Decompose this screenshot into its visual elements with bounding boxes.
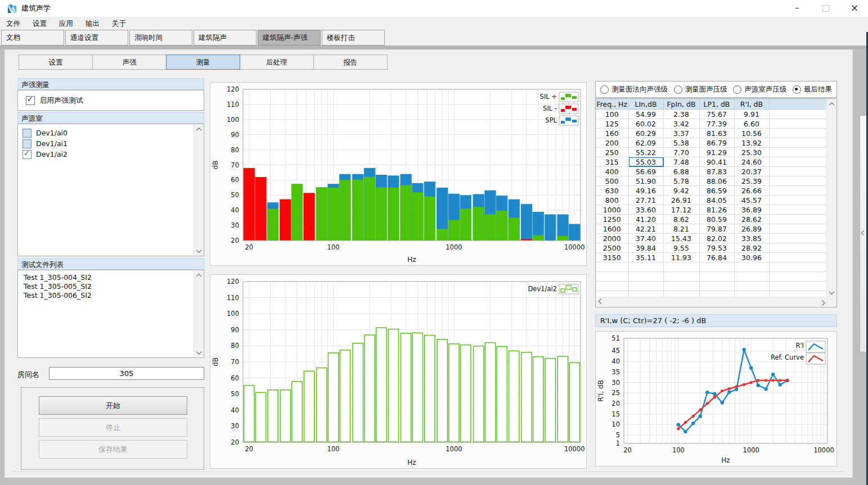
table-cell[interactable]: 3150: [596, 253, 628, 262]
table-cell[interactable]: [769, 138, 827, 148]
table-cell[interactable]: 25.39: [734, 176, 769, 186]
table-cell[interactable]: 28.92: [734, 243, 769, 253]
table-cell[interactable]: [769, 186, 827, 196]
document-tab[interactable]: 混响时间: [129, 30, 192, 46]
sub-tab-3[interactable]: 测量: [166, 55, 240, 70]
table-cell[interactable]: 26.66: [734, 186, 769, 196]
table-cell[interactable]: 17.12: [663, 205, 699, 215]
table-cell[interactable]: 54.99: [628, 110, 663, 119]
table-cell[interactable]: 80.59: [699, 215, 734, 224]
table-cell[interactable]: 200: [596, 138, 628, 148]
table-cell[interactable]: 9.91: [734, 110, 769, 119]
scroll-down-icon[interactable]: [194, 348, 203, 357]
table-cell[interactable]: 51.90: [628, 176, 663, 186]
menu-item-输出[interactable]: 输出: [79, 17, 106, 30]
table-cell[interactable]: 315: [596, 157, 628, 167]
table-cell[interactable]: 55.22: [628, 148, 663, 157]
document-tab[interactable]: 建筑隔声-声强: [258, 30, 321, 46]
table-cell[interactable]: [769, 167, 827, 176]
table-cell[interactable]: [769, 215, 827, 224]
table-cell[interactable]: 39.84: [628, 243, 663, 253]
sub-tab-5[interactable]: 报告: [313, 55, 388, 70]
menu-item-设置[interactable]: 设置: [26, 17, 53, 30]
table-cell[interactable]: 82.02: [699, 234, 734, 243]
start-button[interactable]: 开始: [39, 396, 187, 415]
test-file-item[interactable]: Test 1_305-005_SI2: [18, 282, 204, 291]
table-cell[interactable]: 9.55: [663, 243, 699, 253]
table-cell[interactable]: 500: [596, 176, 628, 186]
table-cell[interactable]: 3.37: [663, 129, 699, 138]
radio-声源室声压级[interactable]: 声源室声压级: [733, 85, 786, 94]
table-cell[interactable]: [769, 176, 827, 186]
table-cell[interactable]: [769, 234, 827, 243]
table-cell[interactable]: 91.29: [699, 148, 734, 157]
table-cell[interactable]: 800: [596, 196, 628, 205]
table-cell[interactable]: 6.60: [734, 119, 769, 129]
menu-item-文件[interactable]: 文件: [0, 17, 26, 30]
room-name-input[interactable]: [49, 367, 204, 380]
table-cell[interactable]: 2.38: [663, 110, 699, 119]
table-cell[interactable]: 125: [596, 119, 628, 129]
table-cell[interactable]: 81.63: [699, 129, 734, 138]
sub-tab-4[interactable]: 后处理: [240, 55, 314, 70]
channel-checkbox-icon[interactable]: [23, 139, 32, 148]
table-cell[interactable]: 79.87: [699, 224, 734, 234]
radio-最后结果[interactable]: 最后结果: [793, 85, 832, 94]
table-cell[interactable]: 8.62: [663, 215, 699, 224]
table-cell[interactable]: 55.03: [628, 157, 663, 167]
table-cell[interactable]: 1000: [596, 205, 628, 215]
table-cell[interactable]: 1250: [596, 215, 628, 224]
table-cell[interactable]: 160: [596, 129, 628, 138]
table-cell[interactable]: 60.02: [628, 119, 663, 129]
scroll-up-icon[interactable]: [827, 99, 836, 108]
table-cell[interactable]: 630: [596, 186, 628, 196]
menu-item-应用[interactable]: 应用: [53, 17, 79, 30]
table-cell[interactable]: 79.53: [699, 243, 734, 253]
table-cell[interactable]: 24.60: [734, 157, 769, 167]
table-cell[interactable]: 88.06: [699, 176, 734, 186]
table-cell[interactable]: 56.69: [628, 167, 663, 176]
table-cell[interactable]: 5.38: [663, 138, 699, 148]
table-cell[interactable]: 1600: [596, 224, 628, 234]
table-cell[interactable]: 11.93: [663, 253, 699, 262]
scroll-up-icon[interactable]: [194, 125, 203, 134]
table-vertical-scrollbar[interactable]: [826, 99, 836, 306]
collapse-left-icon[interactable]: [861, 230, 865, 235]
source-channel-item[interactable]: Dev1/ai0: [18, 128, 204, 138]
table-cell[interactable]: 33.60: [628, 205, 663, 215]
table-cell[interactable]: 86.79: [699, 138, 734, 148]
table-cell[interactable]: 26.89: [734, 224, 769, 234]
table-horizontal-scrollbar[interactable]: [596, 297, 826, 306]
table-cell[interactable]: [769, 129, 827, 138]
table-cell[interactable]: [769, 243, 827, 253]
source-list-scrollbar[interactable]: [194, 125, 203, 255]
table-cell[interactable]: [769, 157, 827, 167]
table-cell[interactable]: 77.39: [699, 119, 734, 129]
table-cell[interactable]: 75.67: [699, 110, 734, 119]
source-channel-item[interactable]: Dev1/ai1: [18, 138, 204, 149]
document-tab[interactable]: 楼板打击: [322, 30, 385, 46]
radio-测量面法向声强级[interactable]: 测量面法向声强级: [600, 85, 668, 94]
channel-checkbox-icon[interactable]: [23, 129, 32, 138]
table-cell[interactable]: 7.70: [663, 148, 699, 157]
table-cell[interactable]: 45.57: [734, 196, 769, 205]
table-cell[interactable]: [769, 148, 827, 157]
table-cell[interactable]: [769, 196, 827, 205]
table-cell[interactable]: 7.48: [663, 157, 699, 167]
sub-tab-2[interactable]: 声强: [92, 55, 167, 70]
table-cell[interactable]: 86.59: [699, 186, 734, 196]
table-cell[interactable]: 2500: [596, 243, 628, 253]
file-list-scrollbar[interactable]: [194, 271, 203, 357]
table-cell[interactable]: 81.26: [699, 205, 734, 215]
document-tab[interactable]: 建筑隔声: [194, 30, 257, 46]
scroll-down-icon[interactable]: [194, 246, 203, 255]
source-channel-item[interactable]: Dev1/ai2: [18, 149, 204, 160]
table-cell[interactable]: 8.21: [663, 224, 699, 234]
table-cell[interactable]: 26.91: [663, 196, 699, 205]
sub-tab-1[interactable]: 设置: [19, 55, 93, 70]
channel-checkbox-icon[interactable]: [23, 150, 32, 159]
table-cell[interactable]: 30.96: [734, 253, 769, 262]
enable-intensity-checkbox[interactable]: 启用声强测试: [26, 96, 83, 106]
scroll-left-icon[interactable]: [596, 297, 605, 306]
test-file-item[interactable]: Test 1_305-004_SI2: [18, 273, 204, 282]
